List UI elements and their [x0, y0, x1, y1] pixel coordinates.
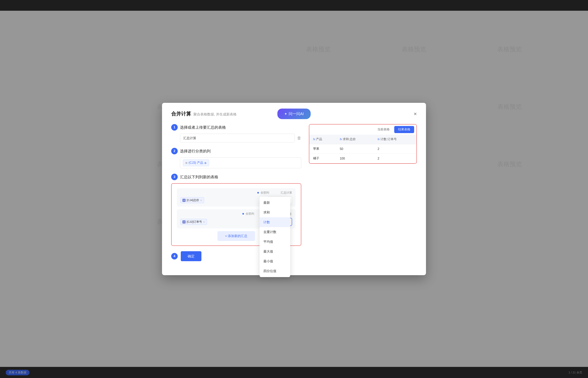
- col-header-2: fx 计数:订单号: [374, 135, 416, 144]
- cell-0-1: 50: [336, 144, 374, 154]
- column-tag-label: (CJ3) 产品: [189, 161, 203, 165]
- dropdown-item-7[interactable]: 四分位值: [260, 266, 290, 276]
- col-label-0: 产品: [316, 137, 322, 141]
- table-header-row: fx 产品 fx 求和:总价 fx 计数:订单号: [309, 135, 416, 144]
- col-header-1: fx 求和:总价: [336, 135, 374, 144]
- dropdown-item-5[interactable]: 最大值: [260, 247, 290, 256]
- modal-subtitle: 聚合表格数据, 并生成新表格: [193, 112, 237, 117]
- step1-number: 1: [171, 124, 178, 131]
- field-icon: ⊞: [185, 162, 187, 164]
- dropdown-item-0[interactable]: 最新: [260, 198, 290, 208]
- step2-section: 2 选择进行分类的列 ⊞ (CJ3) 产品 ⊗: [171, 148, 301, 168]
- cell-0-0: 苹果: [309, 144, 336, 154]
- col-label-1: 求和:总价: [343, 137, 356, 141]
- dropdown-item-2[interactable]: 计数: [260, 217, 290, 227]
- modal-title: 合并计算: [171, 110, 191, 117]
- table-row: 橘子 100 2: [309, 154, 416, 163]
- step1-content: 汇总计算 🗑: [171, 134, 301, 142]
- modal-body: 1 选择或者上传要汇总的表格 汇总计算 🗑: [171, 124, 417, 261]
- step2-number: 2: [171, 148, 178, 154]
- step2-title: 选择进行分类的列: [180, 148, 211, 154]
- step1-header: 1 选择或者上传要汇总的表格: [171, 124, 301, 131]
- step2-header: 2 选择进行分类的列: [171, 148, 301, 154]
- remove-column-btn[interactable]: ⊗: [204, 162, 206, 164]
- table-input[interactable]: 汇总计算: [180, 134, 295, 142]
- field-tag-1-remove[interactable]: ×: [200, 199, 202, 202]
- step1-section: 1 选择或者上传要汇总的表格 汇总计算 🗑: [171, 124, 301, 142]
- col-header-0: fx 产品: [309, 135, 336, 144]
- star-icon: ✦: [284, 112, 287, 116]
- tab-current[interactable]: 当前表格: [374, 126, 394, 133]
- field-tag-1: ⊞ [CJ4]总价 ×: [180, 197, 204, 203]
- table-selector-row: 汇总计算 🗑: [180, 134, 301, 142]
- step3-header: 3 汇总以下列到新的表格: [171, 174, 301, 180]
- aggregation-dropdown: 最新 求和 计数 去重计数 平均值 最大值 最小值 四分位值: [260, 197, 290, 277]
- close-button[interactable]: ×: [414, 111, 417, 117]
- step2-content: ⊞ (CJ3) 产品 ⊗: [171, 157, 301, 168]
- cell-1-0: 橘子: [309, 154, 336, 163]
- modal-overlay: 合并计算 聚合表格数据, 并生成新表格 × ✦ 问一问AI 1 选择或者上传要汇…: [0, 0, 588, 378]
- all-cols-label-2: ■ 全部列: [242, 212, 254, 216]
- cell-0-2: 2: [374, 144, 416, 154]
- step3-number: 3: [171, 174, 178, 180]
- col-label-2: 计数:订单号: [381, 137, 396, 141]
- dropdown-item-6[interactable]: 最小值: [260, 256, 290, 266]
- field-tag-2-label: [CJ2]订单号: [187, 220, 202, 224]
- col-prefix-1: fx: [340, 138, 342, 141]
- step1-title: 选择或者上传要汇总的表格: [180, 125, 226, 130]
- step3-title: 汇总以下列到新的表格: [180, 175, 218, 180]
- all-cols-label-1: ■ 全部列: [257, 191, 269, 195]
- dropdown-item-3[interactable]: 去重计数: [260, 227, 290, 237]
- ai-button-label: 问一问AI: [289, 111, 304, 116]
- modal-dialog: 合并计算 聚合表格数据, 并生成新表格 × ✦ 问一问AI 1 选择或者上传要汇…: [162, 103, 426, 275]
- agg-label-1: 汇总计算: [281, 191, 292, 195]
- col-prefix-0: fx: [313, 138, 315, 141]
- table-name: 汇总计算: [183, 136, 196, 140]
- field-tag-1-label: [CJ4]总价: [187, 198, 199, 202]
- preview-tabs: 当前表格 结果表格: [309, 124, 416, 135]
- modal-right: 当前表格 结果表格 fx 产品 fx: [309, 124, 417, 261]
- modal-title-area: 合并计算 聚合表格数据, 并生成新表格: [171, 110, 237, 117]
- step3-section: 3 汇总以下列到新的表格 ■ 全部列: [171, 174, 301, 246]
- cell-1-2: 2: [374, 154, 416, 163]
- dropdown-item-1[interactable]: 求和: [260, 208, 290, 217]
- preview-table: fx 产品 fx 求和:总价 fx 计数:订单号: [309, 135, 416, 163]
- field-sq-icon-1: ⊞: [182, 199, 186, 202]
- cell-1-1: 100: [336, 154, 374, 163]
- dropdown-item-4[interactable]: 平均值: [260, 237, 290, 247]
- section3-box: ■ 全部列 汇总计算 ⊞ [CJ4]总价 ×: [171, 183, 301, 246]
- confirm-button[interactable]: 确定: [181, 251, 201, 261]
- step4-number: 4: [171, 253, 178, 259]
- step3-content: ■ 全部列 汇总计算 ⊞ [CJ4]总价 ×: [171, 183, 301, 246]
- field-sq-icon-2: ⊞: [182, 220, 186, 223]
- table-row: 苹果 50 2: [309, 144, 416, 154]
- summary-row-1-header: ■ 全部列 汇总计算: [180, 191, 292, 195]
- modal-left: 1 选择或者上传要汇总的表格 汇总计算 🗑: [171, 124, 301, 261]
- field-tag-2: ⊞ [CJ2]订单号 ×: [180, 219, 207, 225]
- col-prefix-2: fx: [378, 138, 380, 141]
- tab-result[interactable]: 结果表格: [394, 126, 414, 133]
- column-tag: ⊞ (CJ3) 产品 ⊗: [183, 160, 209, 166]
- preview-panel: 当前表格 结果表格 fx 产品 fx: [309, 124, 417, 164]
- add-summary-button[interactable]: + 添加新的汇总: [217, 231, 255, 241]
- delete-table-icon[interactable]: 🗑: [297, 135, 301, 141]
- ai-button[interactable]: ✦ 问一问AI: [277, 108, 311, 119]
- field-tag-2-remove[interactable]: ×: [203, 220, 205, 223]
